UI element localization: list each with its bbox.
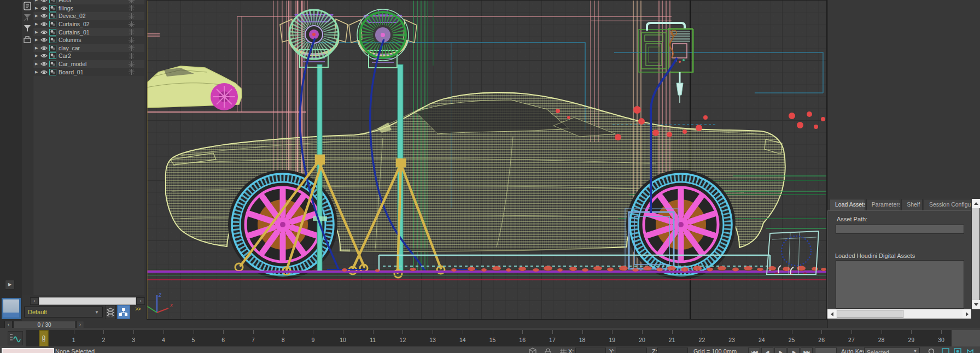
expand-arrow-icon[interactable]: ▶ (35, 6, 40, 10)
snowflake-freeze-icon[interactable] (129, 61, 135, 67)
eye-icon[interactable] (40, 21, 48, 27)
frame-number-label[interactable]: 28 (878, 337, 885, 343)
expand-panel-button[interactable]: ▶ (5, 280, 15, 290)
expand-arrow-icon[interactable]: ▶ (35, 62, 40, 66)
next-frame-button[interactable]: |▶ (788, 348, 800, 353)
display-list-icon[interactable] (23, 2, 32, 10)
frame-number-label[interactable]: 20 (639, 337, 645, 343)
scene-item-floor[interactable]: ▶Floor (33, 0, 144, 4)
snowflake-freeze-icon[interactable] (129, 53, 135, 59)
frame-number-label[interactable]: 1 (72, 337, 75, 343)
frame-number-label[interactable]: 22 (699, 337, 705, 343)
viewport-nav-icons[interactable] (942, 348, 977, 353)
frame-number-label[interactable]: 16 (519, 337, 526, 343)
frame-number-label[interactable]: 17 (549, 337, 556, 343)
frame-number-label[interactable]: 9 (311, 337, 314, 343)
houdini-vertical-scrollbar[interactable] (972, 199, 979, 309)
scene-item-car_model[interactable]: ▶Car_model (33, 60, 144, 68)
frame-number-label[interactable]: 3 (132, 337, 135, 343)
snowflake-freeze-icon[interactable] (129, 37, 135, 43)
scroll-down-button[interactable] (972, 300, 980, 309)
eye-icon[interactable] (40, 0, 48, 3)
scene-explorer-toggle-button[interactable] (117, 305, 130, 319)
lock-icon[interactable] (544, 348, 552, 353)
scroll-left-button[interactable] (827, 309, 836, 319)
eye-icon[interactable] (40, 61, 48, 67)
scene-explorer-tree[interactable]: ▶Floor▶filings▶Device_02▶Curtains_02▶Cur… (33, 0, 144, 295)
scrollbar-thumb[interactable] (837, 310, 903, 318)
eye-icon[interactable] (40, 69, 48, 75)
transform-cube-icon[interactable] (528, 348, 537, 353)
frame-number-label[interactable]: 14 (459, 337, 466, 343)
snowflake-freeze-icon[interactable] (129, 0, 135, 3)
frame-number-label[interactable]: 0 (42, 337, 45, 343)
frame-number-label[interactable]: 2 (102, 337, 105, 343)
grid-snap-icon[interactable] (559, 348, 568, 353)
scroll-right-button[interactable]: › (136, 297, 145, 305)
frame-number-label[interactable]: 15 (489, 337, 496, 343)
previous-frame-button[interactable]: ◀| (761, 348, 773, 353)
frame-number-label[interactable]: 21 (669, 337, 675, 343)
expand-arrow-icon[interactable]: ▶ (35, 38, 40, 42)
expand-arrow-icon[interactable]: ▶ (35, 14, 40, 18)
frame-number-label[interactable]: 10 (340, 337, 346, 343)
scene-item-filings[interactable]: ▶filings (33, 4, 144, 13)
houdini-horizontal-scrollbar[interactable] (827, 309, 971, 319)
frame-number-label[interactable]: 19 (609, 337, 615, 343)
frame-number-label[interactable]: 24 (759, 337, 765, 343)
container-icon[interactable] (23, 35, 32, 44)
selection-set-dropdown[interactable]: Default ▼ (24, 307, 103, 317)
toolbar-overflow-chevrons[interactable]: >> (135, 306, 141, 312)
frame-number-label[interactable]: 26 (818, 337, 825, 343)
eye-icon[interactable] (40, 45, 48, 51)
scroll-left-button[interactable]: ‹ (30, 297, 39, 305)
frame-number-label[interactable]: 8 (282, 337, 285, 343)
frame-number-label[interactable]: 11 (370, 337, 376, 343)
scene-item-device_02[interactable]: ▶Device_02 (33, 12, 144, 20)
auto-key-button[interactable]: Auto Key (841, 348, 866, 353)
timeline-track[interactable]: 0 01234567891011121314151617181920212223… (26, 330, 952, 346)
eye-icon[interactable] (40, 30, 48, 35)
frame-number-label[interactable]: 25 (789, 337, 795, 343)
expand-arrow-icon[interactable]: ▶ (35, 22, 40, 26)
frame-number-label[interactable]: 27 (848, 337, 855, 343)
curve-editor-button[interactable] (8, 331, 23, 345)
scene-item-curtains_02[interactable]: ▶Curtains_02 (33, 20, 144, 28)
snowflake-freeze-icon[interactable] (129, 13, 135, 19)
set-keys-button[interactable] (815, 348, 837, 353)
snowflake-freeze-icon[interactable] (129, 21, 135, 27)
eye-icon[interactable] (40, 53, 48, 58)
expand-arrow-icon[interactable]: ▶ (35, 46, 40, 50)
layer-manager-button[interactable] (105, 305, 116, 319)
snowflake-freeze-icon[interactable] (129, 29, 135, 35)
play-button[interactable]: ▶ (774, 348, 786, 353)
houdini-tab-bar[interactable]: Load AssetsParametersShelfSession Config… (830, 199, 971, 210)
expand-arrow-icon[interactable]: ▶ (35, 30, 40, 34)
frame-number-label[interactable]: 29 (908, 337, 914, 343)
expand-arrow-icon[interactable]: ▶ (35, 70, 40, 74)
frame-number-label[interactable]: 18 (579, 337, 586, 343)
rear-wheel[interactable] (626, 170, 736, 279)
tab-session-configura[interactable]: Session Configura (924, 199, 971, 210)
zoom-icon[interactable] (928, 348, 936, 353)
eye-icon[interactable] (40, 13, 48, 19)
asset-path-input[interactable] (836, 225, 964, 234)
scene-item-curtains_01[interactable]: ▶Curtains_01 (33, 28, 144, 36)
scene-item-car2[interactable]: ▶Car2 (33, 52, 144, 60)
y-coordinate-field[interactable] (616, 348, 647, 353)
loaded-assets-list[interactable] (836, 260, 964, 309)
perspective-viewport[interactable]: z y x (147, 0, 827, 320)
frame-number-label[interactable]: 4 (162, 337, 165, 343)
go-to-start-button[interactable]: |◀◀ (748, 348, 760, 353)
scene-item-board_01[interactable]: ▶Board_01 (33, 68, 144, 76)
z-coordinate-field[interactable] (657, 348, 688, 353)
snowflake-freeze-icon[interactable] (129, 45, 135, 51)
tab-load-assets[interactable]: Load Assets (830, 199, 865, 210)
tab-parameters[interactable]: Parameters (866, 199, 900, 210)
scrollbar-thumb[interactable] (39, 297, 136, 305)
eye-icon[interactable] (40, 37, 48, 43)
expand-arrow-icon[interactable]: ▶ (35, 0, 40, 2)
go-to-end-button[interactable]: ▶▶| (801, 348, 813, 353)
expand-arrow-icon[interactable]: ▶ (35, 54, 40, 58)
x-coordinate-field[interactable] (575, 348, 606, 353)
